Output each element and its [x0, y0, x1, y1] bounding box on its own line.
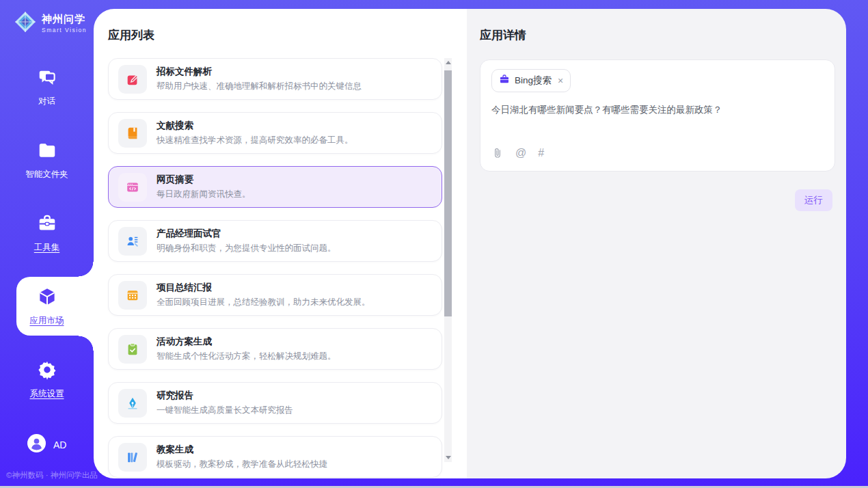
triangle-up-icon: [446, 61, 451, 64]
brand-logo: 神州问学 Smart Vision: [0, 0, 94, 36]
sidebar-item-label: 应用市场: [30, 315, 64, 327]
list-item-pm-interviewer[interactable]: 产品经理面试官 明确身份和职责，为您提供专业性的面试问题。: [108, 220, 442, 262]
folder-icon: [37, 140, 57, 163]
sidebar: 神州问学 Smart Vision 对话: [0, 0, 94, 486]
list-item-title: 文献搜索: [157, 120, 353, 132]
sidebar-item-label: 对话: [38, 96, 55, 107]
attachment-toolbar: @ #: [491, 147, 824, 159]
list-item-desc: 明确身份和职责，为您提供专业性的面试问题。: [157, 243, 336, 254]
sidebar-item-chat[interactable]: 对话: [0, 61, 94, 113]
scrollbar[interactable]: [444, 58, 452, 462]
person-resume-icon: [118, 227, 147, 256]
list-item-desc: 全面回顾项目进展，总结经验教训，助力未来优化发展。: [157, 297, 370, 308]
list-item-web-summary[interactable]: 网页摘要 每日政府新闻资讯快查。: [108, 166, 442, 208]
user-account[interactable]: AD: [0, 434, 94, 455]
user-initials: AD: [53, 439, 66, 450]
brand-gem-icon: [14, 10, 37, 36]
cube-icon: [37, 286, 57, 310]
book-icon: [118, 119, 147, 148]
list-item-literature-search[interactable]: 文献搜索 快速精准查找学术资源，提高研究效率的必备工具。: [108, 112, 442, 154]
sidebar-item-settings[interactable]: 系统设置: [0, 353, 94, 405]
list-item-desc: 快速精准查找学术资源，提高研究效率的必备工具。: [157, 135, 353, 146]
list-item-title: 活动方案生成: [157, 336, 336, 348]
pen-square-icon: [118, 65, 147, 94]
app-list-title: 应用列表: [108, 27, 467, 43]
gear-icon: [37, 360, 57, 383]
app-detail-panel: 应用详情 Bing搜索 × 今日湖北有哪些新闻要点？有哪些需要关注的最新政策？: [467, 9, 846, 478]
list-item-title: 项目总结汇报: [157, 282, 370, 294]
list-item-desc: 模板驱动，教案秒成，教学准备从此轻松快捷: [157, 459, 327, 470]
list-item-desc: 每日政府新闻资讯快查。: [157, 189, 251, 200]
sidebar-nav: 对话 智能文件夹: [0, 61, 94, 405]
list-item-research-report[interactable]: 研究报告 一键智能生成高质量长文本研究报告: [108, 382, 442, 424]
list-item-title: 招标文件解析: [157, 66, 362, 78]
app-list-panel: 应用列表 招标文件解析 帮助用户快速、准确地理解和解析招标书中的关键信息: [94, 9, 467, 478]
list-item-lesson-plan[interactable]: 教案生成 模板驱动，教案秒成，教学准备从此轻松快捷: [108, 436, 442, 478]
hash-tag-icon[interactable]: #: [538, 147, 544, 159]
browser-code-icon: [118, 173, 147, 202]
prompt-card: Bing搜索 × 今日湖北有哪些新闻要点？有哪些需要关注的最新政策？ @ #: [480, 59, 835, 172]
list-item-title: 网页摘要: [157, 174, 251, 186]
brand-name: 神州问学: [42, 13, 87, 26]
main-container: 应用列表 招标文件解析 帮助用户快速、准确地理解和解析招标书中的关键信息: [94, 9, 846, 478]
brand-tagline: Smart Vision: [42, 27, 87, 33]
pen-nib-icon: [118, 389, 147, 418]
list-item-desc: 一键智能生成高质量长文本研究报告: [157, 405, 293, 416]
briefcase-icon: [37, 213, 57, 236]
tool-chip-label: Bing搜索: [515, 74, 552, 87]
list-item-project-summary[interactable]: 项目总结汇报 全面回顾项目进展，总结经验教训，助力未来优化发展。: [108, 274, 442, 316]
scroll-up-button[interactable]: [444, 58, 452, 67]
sidebar-item-smart-folder[interactable]: 智能文件夹: [0, 134, 94, 186]
list-item-bid-parsing[interactable]: 招标文件解析 帮助用户快速、准确地理解和解析招标书中的关键信息: [108, 58, 442, 100]
avatar: [27, 434, 46, 455]
list-item-title: 产品经理面试官: [157, 228, 336, 240]
clipboard-check-icon: [118, 335, 147, 364]
at-mention-icon[interactable]: @: [515, 147, 526, 159]
scrollbar-thumb[interactable]: [444, 70, 452, 316]
books-icon: [118, 443, 147, 472]
list-item-desc: 帮助用户快速、准确地理解和解析招标书中的关键信息: [157, 81, 362, 92]
close-icon[interactable]: ×: [558, 76, 563, 85]
app-detail-title: 应用详情: [480, 27, 835, 43]
app-list: 招标文件解析 帮助用户快速、准确地理解和解析招标书中的关键信息 文献搜索 快速精…: [108, 58, 442, 478]
sidebar-item-label: 系统设置: [30, 388, 64, 400]
list-item-activity-plan[interactable]: 活动方案生成 智能生成个性化活动方案，轻松解决规划难题。: [108, 328, 442, 370]
paperclip-icon[interactable]: [491, 147, 504, 159]
triangle-down-icon: [446, 456, 451, 459]
list-item-desc: 智能生成个性化活动方案，轻松解决规划难题。: [157, 351, 336, 362]
tool-chip-bing-search[interactable]: Bing搜索 ×: [491, 69, 571, 92]
sidebar-item-app-market[interactable]: 应用市场: [0, 280, 94, 332]
copyright-footer: ©神州数码 · 神州问学出品: [0, 470, 94, 486]
briefcase-icon: [499, 74, 510, 87]
chat-icon: [37, 67, 57, 90]
run-button[interactable]: 运行: [795, 189, 832, 211]
list-item-title: 研究报告: [157, 390, 293, 402]
sidebar-item-label: 智能文件夹: [25, 169, 68, 180]
sidebar-item-label: 工具集: [34, 242, 60, 254]
list-item-title: 教案生成: [157, 444, 327, 456]
calendar-grid-icon: [118, 281, 147, 310]
sidebar-item-toolset[interactable]: 工具集: [0, 207, 94, 259]
scroll-down-button[interactable]: [444, 453, 452, 462]
prompt-input[interactable]: 今日湖北有哪些新闻要点？有哪些需要关注的最新政策？: [491, 103, 824, 117]
